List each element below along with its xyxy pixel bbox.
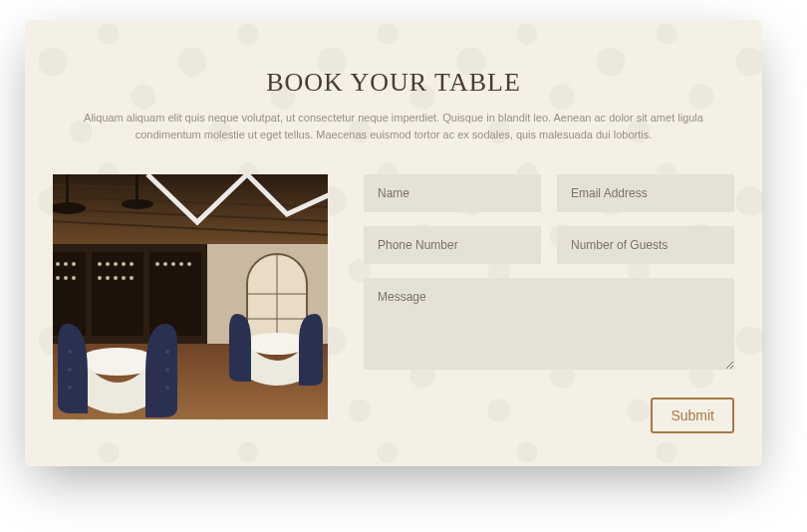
- message-input[interactable]: [364, 278, 734, 370]
- submit-button[interactable]: Submit: [651, 398, 734, 433]
- page-title: BOOK YOUR TABLE: [53, 68, 734, 98]
- restaurant-photo: [53, 174, 328, 419]
- svg-point-24: [122, 262, 126, 266]
- svg-point-35: [187, 262, 191, 266]
- svg-point-19: [64, 276, 68, 280]
- svg-rect-43: [135, 174, 138, 200]
- guests-input[interactable]: [557, 226, 734, 264]
- svg-point-34: [179, 262, 183, 266]
- svg-point-25: [130, 262, 134, 266]
- svg-rect-41: [66, 174, 69, 204]
- svg-point-26: [98, 276, 102, 280]
- svg-point-51: [165, 386, 169, 390]
- content-row: Submit: [53, 174, 734, 433]
- svg-point-30: [130, 276, 134, 280]
- svg-point-20: [72, 276, 76, 280]
- svg-point-31: [155, 262, 159, 266]
- name-input[interactable]: [364, 174, 541, 212]
- svg-point-32: [163, 262, 167, 266]
- email-input[interactable]: [557, 174, 734, 212]
- page-subtitle: Aliquam aliquam elit quis neque volutpat…: [55, 110, 732, 142]
- svg-point-33: [171, 262, 175, 266]
- svg-point-50: [165, 368, 169, 372]
- svg-point-48: [68, 386, 72, 390]
- phone-input[interactable]: [364, 226, 541, 264]
- svg-point-42: [122, 199, 153, 209]
- svg-point-28: [114, 276, 118, 280]
- svg-point-18: [56, 276, 60, 280]
- svg-point-22: [106, 262, 110, 266]
- svg-point-49: [165, 350, 169, 354]
- svg-point-14: [64, 262, 68, 266]
- svg-point-27: [106, 276, 110, 280]
- svg-point-15: [72, 262, 76, 266]
- svg-point-13: [56, 262, 60, 266]
- booking-card: BOOK YOUR TABLE Aliquam aliquam elit qui…: [25, 20, 762, 466]
- svg-point-29: [122, 276, 126, 280]
- svg-point-23: [114, 262, 118, 266]
- svg-point-46: [68, 350, 72, 354]
- svg-point-47: [68, 368, 72, 372]
- svg-point-21: [98, 262, 102, 266]
- booking-form: Submit: [364, 174, 734, 433]
